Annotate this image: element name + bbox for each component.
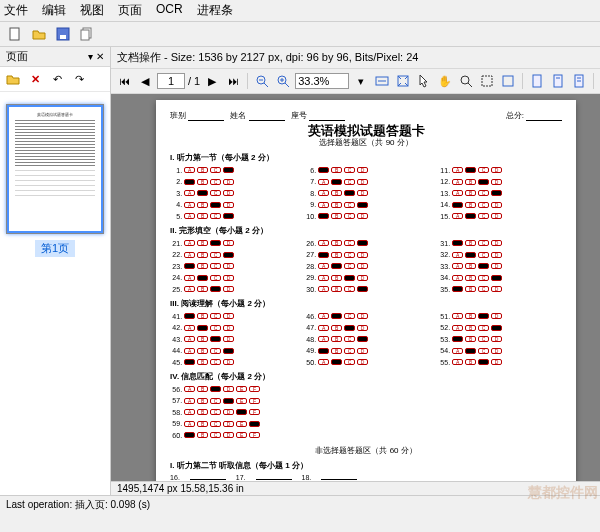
zoom-input[interactable] xyxy=(295,73,349,89)
menu-page[interactable]: 页面 xyxy=(118,2,142,19)
page-total: 1 xyxy=(194,75,200,87)
doc1-icon[interactable] xyxy=(528,72,546,90)
pointer-icon[interactable] xyxy=(415,72,433,90)
doc-toolbar: ⏮ ◀ / 1 ▶ ⏭ ▾ ✋ ✕ xyxy=(111,69,600,94)
page-sep: / xyxy=(188,75,191,87)
page-content: 班别 姓名 座号 总分: 英语模拟试题答题卡 选择题答题区（共 90 分） I.… xyxy=(156,100,576,481)
zoom-dropdown-icon[interactable]: ▾ xyxy=(352,72,370,90)
next-page-icon[interactable]: ▶ xyxy=(203,72,221,90)
sidebar-close-icon[interactable]: ▾ ✕ xyxy=(88,51,104,62)
svg-rect-4 xyxy=(81,30,89,40)
first-page-icon[interactable]: ⏮ xyxy=(115,72,133,90)
sidebar-toolbar: ✕ ↶ ↷ xyxy=(0,67,110,92)
document-pane: 文档操作 - Size: 1536 by 2127 px, dpi: 96 by… xyxy=(111,47,600,495)
sheet-subtitle: 选择题答题区（共 90 分） xyxy=(170,137,562,148)
page-viewport[interactable]: 班别 姓名 座号 总分: 英语模拟试题答题卡 选择题答题区（共 90 分） I.… xyxy=(111,94,600,481)
delete-icon[interactable]: ✕ xyxy=(26,70,44,88)
select-icon[interactable] xyxy=(478,72,496,90)
svg-point-14 xyxy=(461,76,469,84)
doc3-icon[interactable] xyxy=(570,72,588,90)
save-icon[interactable] xyxy=(54,25,72,43)
status-bar: Last operation: 插入页: 0.098 (s) xyxy=(0,495,600,514)
svg-rect-17 xyxy=(503,76,513,86)
sidebar: 页面 ▾ ✕ ✕ ↶ ↷ 英语模拟试题答题卡 第1页 xyxy=(0,47,111,495)
menubar: 文件 编辑 视图 页面 OCR 进程条 xyxy=(0,0,600,22)
menu-file[interactable]: 文件 xyxy=(4,2,28,19)
menu-progress[interactable]: 进程条 xyxy=(197,2,233,19)
svg-line-9 xyxy=(285,83,289,87)
menu-view[interactable]: 视图 xyxy=(80,2,104,19)
rotate-right-icon[interactable]: ↷ xyxy=(70,70,88,88)
menu-edit[interactable]: 编辑 xyxy=(42,2,66,19)
crop-icon[interactable] xyxy=(499,72,517,90)
sidebar-header: 页面 ▾ ✕ xyxy=(0,47,110,67)
open-icon[interactable] xyxy=(30,25,48,43)
rotate-left-icon[interactable]: ↶ xyxy=(48,70,66,88)
main-toolbar xyxy=(0,22,600,47)
last-page-icon[interactable]: ⏭ xyxy=(224,72,242,90)
thumbnail-label: 第1页 xyxy=(35,240,75,257)
copy-icon[interactable] xyxy=(78,25,96,43)
open-folder-icon[interactable] xyxy=(4,70,22,88)
fit-page-icon[interactable] xyxy=(394,72,412,90)
sheet-title: 英语模拟试题答题卡 xyxy=(170,125,562,136)
page-input[interactable] xyxy=(157,73,185,89)
svg-rect-18 xyxy=(533,75,541,87)
svg-rect-19 xyxy=(554,75,562,87)
doc-header: 文档操作 - Size: 1536 by 2127 px, dpi: 96 by… xyxy=(111,47,600,69)
new-icon[interactable] xyxy=(6,25,24,43)
svg-rect-0 xyxy=(10,28,19,40)
zoom-in-icon[interactable] xyxy=(274,72,292,90)
magnify-icon[interactable] xyxy=(457,72,475,90)
svg-line-6 xyxy=(264,83,268,87)
svg-rect-2 xyxy=(60,35,66,39)
fit-width-icon[interactable] xyxy=(373,72,391,90)
thumbnail-page-1[interactable]: 英语模拟试题答题卡 xyxy=(6,104,104,234)
thumbnails: 英语模拟试题答题卡 第1页 xyxy=(0,92,110,495)
doc2-icon[interactable] xyxy=(549,72,567,90)
main-area: 页面 ▾ ✕ ✕ ↶ ↷ 英语模拟试题答题卡 第1页 文档操作 - Size: … xyxy=(0,47,600,495)
menu-ocr[interactable]: OCR xyxy=(156,2,183,19)
svg-line-15 xyxy=(468,83,472,87)
coords-bar: 1495,1474 px 15.58,15.36 in xyxy=(111,481,600,495)
zoom-out-icon[interactable] xyxy=(253,72,271,90)
prev-page-icon[interactable]: ◀ xyxy=(136,72,154,90)
svg-rect-16 xyxy=(482,76,492,86)
hand-icon[interactable]: ✋ xyxy=(436,72,454,90)
